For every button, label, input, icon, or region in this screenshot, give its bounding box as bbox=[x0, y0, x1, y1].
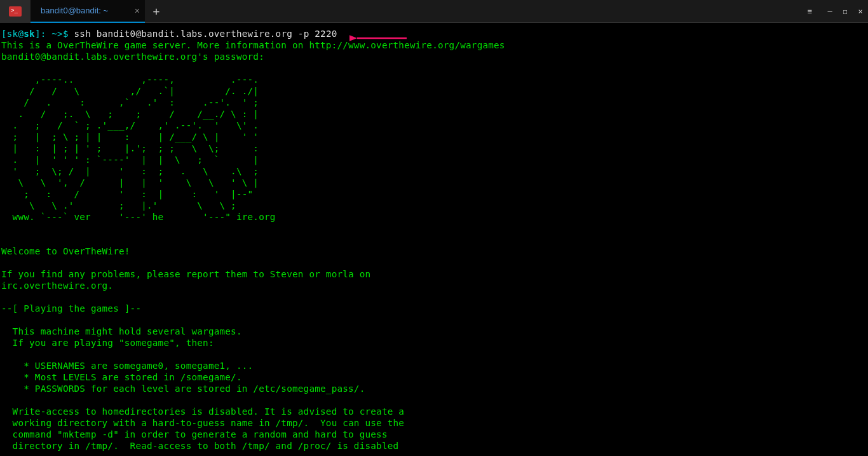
minimize-button[interactable]: — bbox=[822, 0, 837, 23]
write-info-4: directory in /tmp/. Read-access to both … bbox=[1, 441, 398, 451]
ascii-art: ,----.. ,----, .---. / / \ ,/ .`| /. ./|… bbox=[1, 74, 276, 222]
titlebar: bandit0@bandit: ~ × + ≡ — ☐ × bbox=[0, 0, 868, 23]
game-info-3: * USERNAMES are somegame0, somegame1, ..… bbox=[1, 361, 253, 371]
write-info-2: working directory with a hard-to-guess n… bbox=[1, 418, 404, 428]
command-text: ssh bandit0@bandit.labs.overthewire.org … bbox=[74, 29, 337, 39]
prompt-bracket: [ bbox=[1, 29, 7, 39]
report-line-2: irc.overthewire.org. bbox=[1, 280, 113, 291]
game-info-5: * PASSWORDS for each level are stored in… bbox=[1, 383, 365, 394]
welcome-line: Welcome to OverTheWire! bbox=[1, 246, 130, 256]
prompt-host: sk bbox=[24, 29, 35, 39]
banner-line: This is a OverTheWire game server. More … bbox=[1, 40, 505, 50]
prompt-at: @ bbox=[18, 29, 24, 39]
menu-button[interactable]: ≡ bbox=[802, 0, 817, 23]
game-info-4: * Most LEVELS are stored in /somegame/. bbox=[1, 372, 242, 382]
new-tab-button[interactable]: + bbox=[145, 0, 168, 23]
terminal-icon bbox=[9, 6, 22, 17]
app-icon[interactable] bbox=[0, 0, 31, 23]
tab-close-button[interactable]: × bbox=[135, 6, 140, 16]
terminal-output[interactable]: [sk@sk]: ~>$ ssh bandit0@bandit.labs.ove… bbox=[0, 23, 868, 456]
window-controls: ≡ — ☐ × bbox=[802, 0, 868, 23]
write-info-3: command "mktemp -d" in order to generate… bbox=[1, 429, 388, 439]
password-prompt-line: bandit0@bandit.labs.overthewire.org's pa… bbox=[1, 52, 264, 62]
write-info-1: Write-access to homedirectories is disab… bbox=[1, 406, 404, 417]
prompt-path: : ~>$ bbox=[41, 29, 74, 39]
game-info-2: If you are playing "somegame", then: bbox=[1, 338, 214, 348]
game-info-1: This machine might hold several wargames… bbox=[1, 326, 242, 336]
tab-title: bandit0@bandit: ~ bbox=[41, 6, 108, 15]
tab-active[interactable]: bandit0@bandit: ~ × bbox=[31, 0, 145, 23]
section-header-1: --[ Playing the games ]-- bbox=[1, 303, 141, 314]
maximize-button[interactable]: ☐ bbox=[837, 0, 853, 23]
prompt-user: sk bbox=[7, 29, 18, 39]
prompt-bracket-close: ] bbox=[35, 29, 41, 39]
close-button[interactable]: × bbox=[853, 0, 868, 23]
report-line-1: If you find any problems, please report … bbox=[1, 269, 370, 279]
